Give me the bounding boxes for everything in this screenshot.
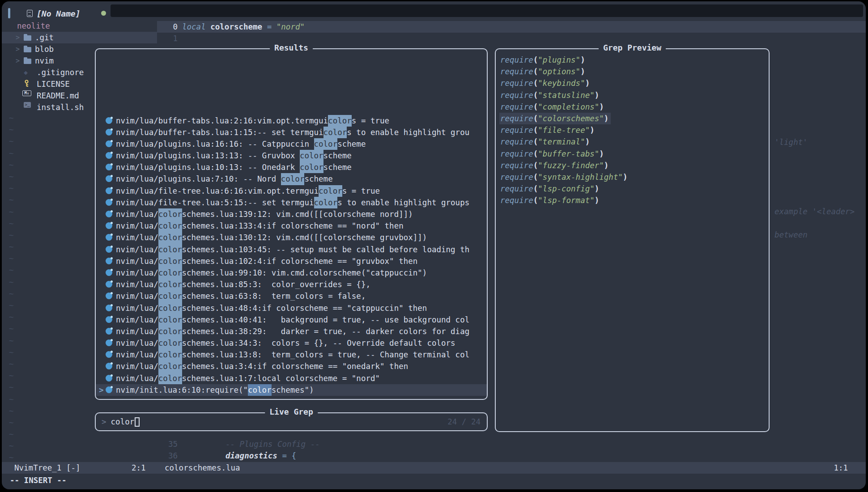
result-row[interactable]: nvim/lua/colorschemes.lua:38:29: darker …: [96, 326, 487, 337]
match-highlight: color: [328, 115, 352, 127]
string-nord: "nord": [277, 22, 305, 31]
result-row[interactable]: nvim/lua/plugins.lua:13:13: -- Gruvbox c…: [96, 150, 487, 161]
tilde-marker: ~: [9, 382, 18, 393]
result-row[interactable]: nvim/lua/colorschemes.lua:133:4:if color…: [96, 220, 487, 232]
tilde-marker: ~: [9, 264, 18, 276]
result-row[interactable]: nvim/lua/colorschemes.lua:85:3: color_ov…: [96, 279, 487, 290]
code-token: "lsp-format": [538, 196, 594, 205]
result-row[interactable]: nvim/lua/colorschemes.lua:99:10: vim.cmd…: [96, 267, 487, 279]
code-token: (: [533, 149, 538, 158]
tab-no-name[interactable]: [No Name]: [27, 8, 81, 19]
result-text: nvim/lua/: [116, 350, 158, 359]
key-icon: [24, 79, 30, 90]
result-row[interactable]: nvim/lua/plugins.lua:16:16: -- Catppucci…: [96, 138, 487, 150]
result-row[interactable]: nvim/init.lua:6:10:require("colorschemes…: [96, 384, 487, 396]
code-token: ): [585, 79, 590, 88]
result-text: nvim/lua/: [116, 304, 158, 313]
result-text: nvim/lua/: [116, 362, 158, 371]
result-row[interactable]: nvim/lua/plugins.lua:10:13: -- Onedark c…: [96, 161, 487, 173]
result-row[interactable]: nvim/lua/colorschemes.lua:139:12: vim.cm…: [96, 208, 487, 220]
code-token: (: [533, 79, 538, 88]
preview-line-code: require("keybinds"): [499, 77, 592, 89]
code-token: "colorschemes": [538, 114, 604, 123]
result-text: scheme: [323, 163, 352, 172]
lua-file-icon: [106, 129, 112, 136]
lua-file-icon: [106, 316, 112, 323]
chevron-right-icon[interactable]: >: [16, 43, 20, 55]
lua-file-icon: [106, 187, 112, 194]
preview-line-code: require("fuzzy-finder"): [499, 160, 611, 171]
identifier-colorscheme: colorscheme: [210, 22, 262, 31]
result-row[interactable]: nvim/lua/colorschemes.lua:13:8: term_col…: [96, 349, 487, 361]
lua-file-icon: [106, 140, 112, 147]
preview-line-code: require("terminal"): [499, 136, 592, 148]
preview-line: require("statusline"): [499, 89, 767, 101]
tilde-marker: ~: [9, 206, 18, 218]
chevron-right-icon[interactable]: >: [16, 32, 20, 43]
live-grep-input[interactable]: > color: [96, 413, 487, 430]
lua-file-icon: [106, 305, 112, 311]
code-token: ): [595, 184, 600, 193]
code-token: (: [533, 91, 538, 100]
result-row[interactable]: nvim/lua/colorschemes.lua:130:12: vim.cm…: [96, 232, 487, 243]
result-row[interactable]: nvim/lua/plugins.lua:7:10: -- Nord color…: [96, 173, 487, 185]
preview-line: require("fuzzy-finder"): [499, 160, 767, 171]
match-highlight: color: [158, 267, 182, 279]
match-highlight: color: [158, 337, 182, 349]
result-text: nvim/lua/: [116, 292, 158, 301]
match-highlight: color: [314, 197, 338, 208]
filetree-item-label: .git: [35, 32, 54, 43]
line-number-1: 1: [157, 33, 178, 44]
result-row[interactable]: nvim/lua/file-tree.lua:5:15:-- set termg…: [96, 197, 487, 208]
lua-file-icon: [106, 211, 112, 217]
result-text: s = true: [342, 187, 380, 195]
result-row[interactable]: nvim/lua/colorschemes.lua:48:4:if colors…: [96, 302, 487, 314]
code-token: ): [580, 67, 585, 76]
result-text: s to enable highlight grou: [347, 128, 469, 137]
tilde-marker: ~: [9, 171, 18, 182]
code-token: require: [500, 55, 533, 64]
match-highlight: color: [158, 302, 182, 314]
preview-line-code: require("syntax-highlight"): [499, 171, 630, 183]
lua-file-icon: [106, 246, 112, 253]
code-token: "statusline": [538, 91, 594, 100]
tab-label: [No Name]: [37, 9, 81, 18]
code-token: ): [604, 114, 609, 123]
statusline: NvimTree_1 [-] 2:1 colorschemes.lua 1:1: [2, 462, 866, 474]
result-row[interactable]: nvim/lua/file-tree.lua:6:16:vim.opt.term…: [96, 185, 487, 197]
tilde-marker: ~: [9, 229, 18, 241]
code-token: require: [500, 114, 533, 123]
tabline-fill: [111, 4, 863, 17]
result-row[interactable]: nvim/lua/colorschemes.lua:1:7:local colo…: [96, 373, 487, 384]
chevron-right-icon[interactable]: >: [16, 55, 20, 67]
result-row[interactable]: nvim/lua/colorschemes.lua:40:41: backgro…: [96, 314, 487, 326]
tilde-marker: ~: [9, 159, 18, 171]
result-row[interactable]: nvim/lua/buffer-tabs.lua:2:16:vim.opt.te…: [96, 115, 487, 127]
code-token: require: [500, 161, 533, 170]
result-text: schemes.lua:99:10: vim.cmd.colorscheme("…: [182, 268, 427, 277]
folder-icon: [24, 47, 31, 52]
match-highlight: color: [158, 208, 182, 220]
lua-file-icon: [106, 164, 112, 170]
grep-preview-title: Grep Preview: [599, 43, 666, 52]
result-row[interactable]: nvim/lua/buffer-tabs.lua:1:15:-- set ter…: [96, 127, 487, 138]
folder-icon: [24, 59, 31, 64]
match-highlight: color: [158, 244, 182, 255]
result-text: nvim/lua/plugins.lua:7:10: -- Nord: [116, 174, 281, 183]
filetree-item-git[interactable]: >.git: [2, 32, 157, 43]
result-row[interactable]: nvim/lua/colorschemes.lua:63:8: term_col…: [96, 290, 487, 302]
tilde-marker: ~: [9, 112, 18, 124]
code-token: (: [533, 126, 538, 135]
result-row[interactable]: nvim/lua/colorschemes.lua:34:3: colors =…: [96, 337, 487, 349]
code-token: [277, 451, 282, 460]
tilde-marker: ~: [9, 136, 18, 147]
result-text: scheme: [304, 174, 332, 183]
line-number-0: 0: [157, 21, 178, 33]
match-highlight: color: [300, 161, 323, 173]
filetree-item-label: install.sh: [37, 102, 84, 113]
result-row[interactable]: nvim/lua/colorschemes.lua:3:4:if colorsc…: [96, 361, 487, 372]
comment-text: -- Plugins Config --: [226, 440, 320, 449]
result-text: nvim/lua/: [116, 245, 158, 254]
result-row[interactable]: nvim/lua/colorschemes.lua:103:45: -- set…: [96, 244, 487, 255]
result-row[interactable]: nvim/lua/colorschemes.lua:102:4:if color…: [96, 255, 487, 267]
